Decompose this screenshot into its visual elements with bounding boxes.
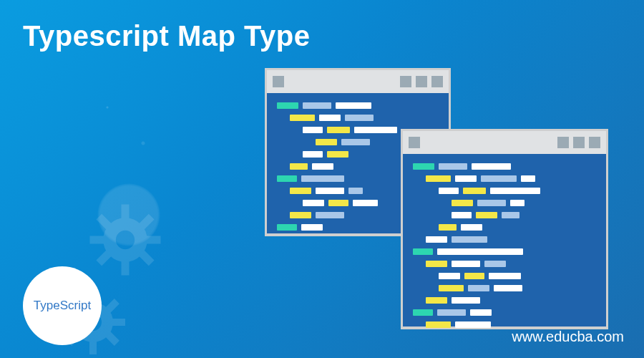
code-windows-illustration xyxy=(265,68,608,333)
svg-rect-1 xyxy=(122,205,130,219)
website-url: www.educba.com xyxy=(512,329,624,345)
code-window-front xyxy=(401,129,608,329)
svg-rect-12 xyxy=(89,342,97,354)
window-control-icon xyxy=(416,76,427,87)
gear-icon xyxy=(86,200,165,279)
window-control-icon xyxy=(400,76,411,87)
svg-point-9 xyxy=(116,231,135,249)
svg-rect-14 xyxy=(112,319,125,326)
window-control-icon xyxy=(589,137,600,148)
code-area xyxy=(403,154,606,342)
svg-rect-4 xyxy=(147,236,161,244)
window-control-icon xyxy=(573,137,585,148)
window-control-icon xyxy=(273,76,284,87)
typescript-logo-badge: TypeScript xyxy=(23,266,102,345)
logo-text: TypeScript xyxy=(34,299,91,313)
window-control-icon xyxy=(409,137,420,148)
window-titlebar xyxy=(267,70,449,93)
window-titlebar xyxy=(403,131,606,154)
page-title: Typescript Map Type xyxy=(23,20,310,52)
window-control-icon xyxy=(557,137,569,148)
svg-rect-2 xyxy=(122,261,130,276)
svg-rect-3 xyxy=(90,236,104,244)
window-control-icon xyxy=(431,76,443,87)
